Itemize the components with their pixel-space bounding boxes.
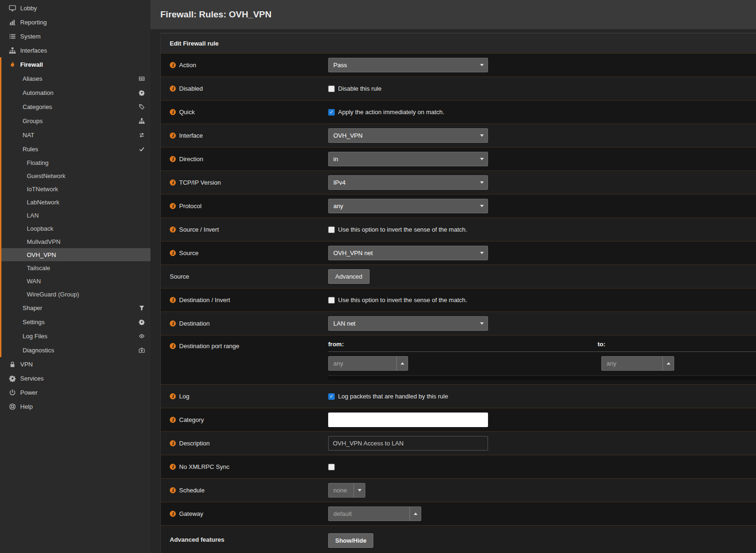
gateway-select[interactable]: default <box>328 506 421 521</box>
eye-icon <box>139 333 145 339</box>
source-advanced-button[interactable]: Advanced <box>328 269 370 284</box>
sidebar-item-lan[interactable]: LAN <box>0 209 150 222</box>
interfaces-icon <box>8 47 16 54</box>
caret-up-icon <box>396 357 408 370</box>
sidebar-item-ovh-vpn[interactable]: OVH_VPN <box>0 248 150 261</box>
info-icon[interactable]: i <box>170 86 176 92</box>
sidebar-item-label: Settings <box>23 319 45 326</box>
sidebar-item-automation[interactable]: Automation <box>0 86 150 100</box>
to-port-select[interactable]: any <box>601 356 674 371</box>
sidebar-item-label: Interfaces <box>20 47 47 54</box>
selected-value: OVH_VPN <box>333 132 362 139</box>
sidebar-item-nat[interactable]: NAT <box>0 128 150 142</box>
sidebar-item-mullvadvpn[interactable]: MullvadVPN <box>0 235 150 248</box>
info-icon[interactable]: i <box>170 62 176 68</box>
sidebar-item-power[interactable]: Power <box>0 385 150 399</box>
sidebar-item-label: GuestNetwork <box>27 172 65 179</box>
quick-checkbox[interactable]: ✓ <box>328 109 335 116</box>
tcp-ip-version-select[interactable]: IPv4 <box>328 175 488 190</box>
sidebar-item-floating[interactable]: Floating <box>0 156 150 169</box>
schedule-select[interactable]: none <box>328 483 365 498</box>
row-control: in <box>328 148 756 171</box>
selected-value: Pass <box>333 62 347 69</box>
selected-value: IPv4 <box>333 179 346 186</box>
row-label-text: Description <box>179 440 210 447</box>
source-invert-checkbox[interactable] <box>328 226 335 233</box>
info-icon[interactable]: i <box>170 511 176 517</box>
caret-down-icon <box>476 176 488 189</box>
row-label-text: Schedule <box>179 487 205 494</box>
sidebar-item-label: Diagnostics <box>23 347 54 354</box>
sidebar-item-shaper[interactable]: Shaper <box>0 301 150 315</box>
caret-down-icon <box>476 199 488 213</box>
info-icon[interactable]: i <box>170 464 176 470</box>
sidebar-item-wan[interactable]: WAN <box>0 274 150 288</box>
page-header: Firewall: Rules: OVH_VPN <box>150 0 756 29</box>
from-port-select[interactable]: any <box>328 356 408 371</box>
info-icon[interactable]: i <box>170 417 176 423</box>
action-select[interactable]: Pass <box>328 58 488 72</box>
row-label-text: Disabled <box>179 85 203 92</box>
sidebar-item-wireguard-group[interactable]: WireGuard (Group) <box>0 288 150 301</box>
category-input[interactable] <box>328 413 488 427</box>
main-content: Firewall: Rules: OVH_VPN Edit Firewall r… <box>150 0 756 553</box>
sidebar-item-categories[interactable]: Categories <box>0 100 150 114</box>
destination-select[interactable]: LAN net <box>328 316 488 331</box>
check-icon <box>139 146 145 152</box>
sidebar-item-loopback[interactable]: Loopback <box>0 222 150 235</box>
sidebar-item-firewall[interactable]: Firewall <box>0 57 150 71</box>
protocol-select[interactable]: any <box>328 199 488 213</box>
sidebar-item-labnetwork[interactable]: LabNetwork <box>0 195 150 209</box>
sidebar-item-guestnetwork[interactable]: GuestNetwork <box>0 169 150 182</box>
sidebar-item-interfaces[interactable]: Interfaces <box>0 43 150 57</box>
info-icon[interactable]: i <box>170 156 176 162</box>
source-invert-checkbox-group: Use this option to invert the sense of t… <box>328 226 467 233</box>
sidebar-item-help[interactable]: Help <box>0 399 150 413</box>
info-icon[interactable]: i <box>170 250 176 256</box>
gear-icon <box>8 375 16 382</box>
info-icon[interactable]: i <box>170 109 176 115</box>
destination-invert-checkbox[interactable] <box>328 297 335 304</box>
destination-port-range: from:to:anyany <box>328 340 756 380</box>
row-control <box>328 432 756 455</box>
info-icon[interactable]: i <box>170 297 176 303</box>
sidebar-item-aliases[interactable]: Aliases <box>0 71 150 86</box>
log-checkbox-label: Log packets that are handled by this rul… <box>338 393 448 400</box>
no-xmlrpc-sync-checkbox[interactable] <box>328 464 335 470</box>
sidebar-item-log-files[interactable]: Log Files <box>0 329 150 343</box>
info-icon[interactable]: i <box>170 393 176 399</box>
interface-select[interactable]: OVH_VPN <box>328 128 488 143</box>
sidebar-item-rules[interactable]: Rules <box>0 142 150 156</box>
direction-select[interactable]: in <box>328 152 488 166</box>
advanced-features-show-hide-button[interactable]: Show/Hide <box>328 533 373 548</box>
info-icon[interactable]: i <box>170 487 176 493</box>
log-checkbox[interactable]: ✓ <box>328 393 335 400</box>
description-input[interactable] <box>328 436 488 451</box>
sidebar-item-settings[interactable]: Settings <box>0 315 150 329</box>
sidebar-item-services[interactable]: Services <box>0 371 150 385</box>
log-checkbox-group: ✓Log packets that are handled by this ru… <box>328 393 448 400</box>
row-control: Pass <box>328 54 756 77</box>
sidebar-item-lobby[interactable]: Lobby <box>0 1 150 15</box>
sidebar-item-vpn[interactable]: VPN <box>0 357 150 371</box>
info-icon[interactable]: i <box>170 203 176 209</box>
info-icon[interactable]: i <box>170 132 176 139</box>
sidebar-item-diagnostics[interactable]: Diagnostics <box>0 343 150 357</box>
info-icon[interactable]: i <box>170 440 176 446</box>
sidebar-item-reporting[interactable]: Reporting <box>0 15 150 29</box>
source-select[interactable]: OVH_VPN net <box>328 246 488 260</box>
sidebar-item-system[interactable]: System <box>0 29 150 43</box>
sidebar-item-groups[interactable]: Groups <box>0 114 150 128</box>
info-icon[interactable]: i <box>170 320 176 327</box>
panel-title: Edit Firewall rule <box>170 40 219 47</box>
info-icon[interactable]: i <box>170 179 176 186</box>
selected-value: none <box>333 487 347 494</box>
info-icon[interactable]: i <box>170 343 176 349</box>
disabled-checkbox[interactable] <box>328 86 335 92</box>
row-label-text: Quick <box>179 109 195 116</box>
form-row-destination-port-range-12: iDestination port rangefrom:to:anyany <box>161 335 756 385</box>
info-icon[interactable]: i <box>170 226 176 233</box>
sidebar-item-label: Power <box>20 389 38 396</box>
sidebar-item-tailscale[interactable]: Tailscale <box>0 261 150 274</box>
sidebar-item-iotnetwork[interactable]: IoTNetwork <box>0 182 150 195</box>
